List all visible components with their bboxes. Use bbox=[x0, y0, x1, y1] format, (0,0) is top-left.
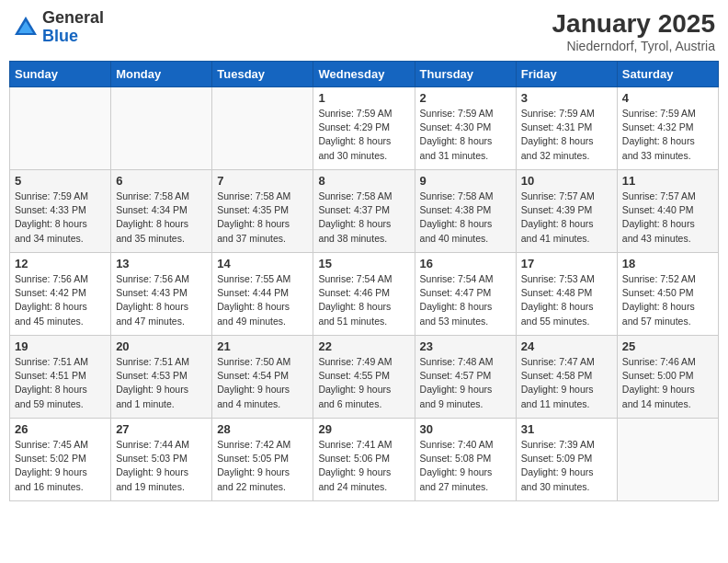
location: Niederndorf, Tyrol, Austria bbox=[552, 39, 715, 53]
logo-general: General bbox=[42, 9, 104, 28]
logo-icon bbox=[13, 15, 39, 40]
calendar-day-cell: 17Sunrise: 7:53 AMSunset: 4:48 PMDayligh… bbox=[516, 253, 617, 336]
calendar-day-cell: 3Sunrise: 7:59 AMSunset: 4:31 PMDaylight… bbox=[516, 87, 617, 170]
day-number: 22 bbox=[318, 339, 409, 353]
calendar-day-cell: 10Sunrise: 7:57 AMSunset: 4:39 PMDayligh… bbox=[516, 170, 617, 253]
calendar-week-row: 26Sunrise: 7:45 AMSunset: 5:02 PMDayligh… bbox=[10, 419, 719, 501]
calendar-day-cell: 29Sunrise: 7:41 AMSunset: 5:06 PMDayligh… bbox=[313, 419, 415, 501]
day-number: 2 bbox=[420, 91, 511, 105]
weekday-header-cell: Saturday bbox=[617, 62, 718, 87]
day-number: 11 bbox=[622, 174, 713, 188]
day-number: 8 bbox=[318, 174, 409, 188]
calendar-week-row: 1Sunrise: 7:59 AMSunset: 4:29 PMDaylight… bbox=[10, 87, 719, 170]
day-number: 9 bbox=[420, 174, 511, 188]
calendar-day-cell: 24Sunrise: 7:47 AMSunset: 4:58 PMDayligh… bbox=[516, 336, 617, 419]
day-number: 25 bbox=[622, 339, 713, 353]
calendar-day-cell: 26Sunrise: 7:45 AMSunset: 5:02 PMDayligh… bbox=[10, 419, 111, 501]
day-info: Sunrise: 7:44 AMSunset: 5:03 PMDaylight:… bbox=[116, 438, 207, 494]
calendar-table: SundayMondayTuesdayWednesdayThursdayFrid… bbox=[9, 61, 719, 501]
day-number: 17 bbox=[521, 257, 612, 270]
day-number: 7 bbox=[217, 174, 308, 188]
day-number: 26 bbox=[15, 422, 106, 436]
day-number: 10 bbox=[521, 174, 612, 188]
calendar-day-cell: 13Sunrise: 7:56 AMSunset: 4:43 PMDayligh… bbox=[111, 253, 212, 336]
day-info: Sunrise: 7:49 AMSunset: 4:55 PMDaylight:… bbox=[318, 355, 409, 411]
calendar-day-cell: 23Sunrise: 7:48 AMSunset: 4:57 PMDayligh… bbox=[415, 336, 516, 419]
weekday-header-cell: Thursday bbox=[415, 62, 516, 87]
day-number: 6 bbox=[116, 174, 207, 188]
day-number: 31 bbox=[521, 422, 612, 436]
calendar-day-cell bbox=[617, 419, 718, 501]
day-info: Sunrise: 7:58 AMSunset: 4:37 PMDaylight:… bbox=[318, 190, 409, 246]
weekday-header-cell: Tuesday bbox=[212, 62, 313, 87]
weekday-header-cell: Monday bbox=[111, 62, 212, 87]
calendar-day-cell: 14Sunrise: 7:55 AMSunset: 4:44 PMDayligh… bbox=[212, 253, 313, 336]
weekday-header-cell: Sunday bbox=[10, 62, 111, 87]
weekday-header-cell: Friday bbox=[516, 62, 617, 87]
day-info: Sunrise: 7:59 AMSunset: 4:32 PMDaylight:… bbox=[622, 107, 713, 163]
title-block: January 2025 Niederndorf, Tyrol, Austria bbox=[552, 9, 715, 53]
day-info: Sunrise: 7:55 AMSunset: 4:44 PMDaylight:… bbox=[217, 272, 308, 328]
day-number: 12 bbox=[15, 257, 106, 270]
calendar-day-cell: 18Sunrise: 7:52 AMSunset: 4:50 PMDayligh… bbox=[617, 253, 718, 336]
day-number: 15 bbox=[318, 257, 409, 270]
calendar-day-cell: 15Sunrise: 7:54 AMSunset: 4:46 PMDayligh… bbox=[313, 253, 415, 336]
day-number: 13 bbox=[116, 257, 207, 270]
calendar-day-cell bbox=[212, 87, 313, 170]
day-number: 20 bbox=[116, 339, 207, 353]
day-number: 1 bbox=[318, 91, 409, 105]
day-info: Sunrise: 7:57 AMSunset: 4:40 PMDaylight:… bbox=[622, 190, 713, 246]
day-info: Sunrise: 7:56 AMSunset: 4:42 PMDaylight:… bbox=[15, 272, 106, 328]
day-info: Sunrise: 7:58 AMSunset: 4:34 PMDaylight:… bbox=[116, 190, 207, 246]
day-info: Sunrise: 7:59 AMSunset: 4:33 PMDaylight:… bbox=[15, 190, 106, 246]
calendar-day-cell: 27Sunrise: 7:44 AMSunset: 5:03 PMDayligh… bbox=[111, 419, 212, 501]
calendar-day-cell: 25Sunrise: 7:46 AMSunset: 5:00 PMDayligh… bbox=[617, 336, 718, 419]
calendar-day-cell: 1Sunrise: 7:59 AMSunset: 4:29 PMDaylight… bbox=[313, 87, 415, 170]
day-info: Sunrise: 7:59 AMSunset: 4:31 PMDaylight:… bbox=[521, 107, 612, 163]
day-info: Sunrise: 7:59 AMSunset: 4:29 PMDaylight:… bbox=[318, 107, 409, 163]
day-number: 14 bbox=[217, 257, 308, 270]
day-info: Sunrise: 7:45 AMSunset: 5:02 PMDaylight:… bbox=[15, 438, 106, 494]
day-number: 5 bbox=[15, 174, 106, 188]
day-number: 27 bbox=[116, 422, 207, 436]
day-number: 21 bbox=[217, 339, 308, 353]
calendar-day-cell bbox=[10, 87, 111, 170]
day-info: Sunrise: 7:53 AMSunset: 4:48 PMDaylight:… bbox=[521, 272, 612, 328]
day-number: 23 bbox=[420, 339, 511, 353]
day-info: Sunrise: 7:42 AMSunset: 5:05 PMDaylight:… bbox=[217, 438, 308, 494]
day-number: 18 bbox=[622, 257, 713, 270]
day-info: Sunrise: 7:57 AMSunset: 4:39 PMDaylight:… bbox=[521, 190, 612, 246]
logo: General Blue bbox=[13, 9, 104, 46]
day-info: Sunrise: 7:58 AMSunset: 4:38 PMDaylight:… bbox=[420, 190, 511, 246]
day-info: Sunrise: 7:54 AMSunset: 4:47 PMDaylight:… bbox=[420, 272, 511, 328]
day-number: 4 bbox=[622, 91, 713, 105]
day-info: Sunrise: 7:54 AMSunset: 4:46 PMDaylight:… bbox=[318, 272, 409, 328]
calendar-day-cell: 5Sunrise: 7:59 AMSunset: 4:33 PMDaylight… bbox=[10, 170, 111, 253]
calendar-day-cell: 9Sunrise: 7:58 AMSunset: 4:38 PMDaylight… bbox=[415, 170, 516, 253]
calendar-week-row: 19Sunrise: 7:51 AMSunset: 4:51 PMDayligh… bbox=[10, 336, 719, 419]
calendar-day-cell: 31Sunrise: 7:39 AMSunset: 5:09 PMDayligh… bbox=[516, 419, 617, 501]
day-info: Sunrise: 7:59 AMSunset: 4:30 PMDaylight:… bbox=[420, 107, 511, 163]
calendar-day-cell: 28Sunrise: 7:42 AMSunset: 5:05 PMDayligh… bbox=[212, 419, 313, 501]
page-header: General Blue January 2025 Niederndorf, T… bbox=[9, 9, 719, 53]
day-info: Sunrise: 7:46 AMSunset: 5:00 PMDaylight:… bbox=[622, 355, 713, 411]
day-number: 24 bbox=[521, 339, 612, 353]
calendar-day-cell: 6Sunrise: 7:58 AMSunset: 4:34 PMDaylight… bbox=[111, 170, 212, 253]
calendar-week-row: 12Sunrise: 7:56 AMSunset: 4:42 PMDayligh… bbox=[10, 253, 719, 336]
calendar-day-cell: 30Sunrise: 7:40 AMSunset: 5:08 PMDayligh… bbox=[415, 419, 516, 501]
day-number: 3 bbox=[521, 91, 612, 105]
day-info: Sunrise: 7:41 AMSunset: 5:06 PMDaylight:… bbox=[318, 438, 409, 494]
day-info: Sunrise: 7:47 AMSunset: 4:58 PMDaylight:… bbox=[521, 355, 612, 411]
day-info: Sunrise: 7:48 AMSunset: 4:57 PMDaylight:… bbox=[420, 355, 511, 411]
calendar-week-row: 5Sunrise: 7:59 AMSunset: 4:33 PMDaylight… bbox=[10, 170, 719, 253]
calendar-day-cell: 4Sunrise: 7:59 AMSunset: 4:32 PMDaylight… bbox=[617, 87, 718, 170]
calendar-day-cell: 20Sunrise: 7:51 AMSunset: 4:53 PMDayligh… bbox=[111, 336, 212, 419]
day-info: Sunrise: 7:40 AMSunset: 5:08 PMDaylight:… bbox=[420, 438, 511, 494]
day-number: 29 bbox=[318, 422, 409, 436]
day-info: Sunrise: 7:56 AMSunset: 4:43 PMDaylight:… bbox=[116, 272, 207, 328]
day-info: Sunrise: 7:39 AMSunset: 5:09 PMDaylight:… bbox=[521, 438, 612, 494]
calendar-body: 1Sunrise: 7:59 AMSunset: 4:29 PMDaylight… bbox=[10, 87, 719, 501]
calendar-day-cell: 11Sunrise: 7:57 AMSunset: 4:40 PMDayligh… bbox=[617, 170, 718, 253]
calendar-day-cell: 7Sunrise: 7:58 AMSunset: 4:35 PMDaylight… bbox=[212, 170, 313, 253]
weekday-header-cell: Wednesday bbox=[313, 62, 415, 87]
